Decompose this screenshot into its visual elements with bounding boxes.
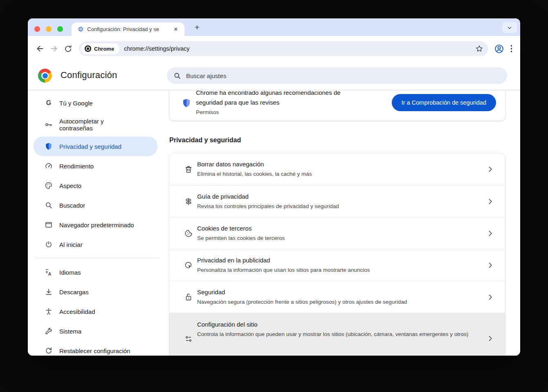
sidebar-item-label: Descargas (59, 289, 89, 296)
sidebar-item-navegador-predeterminado[interactable]: Navegador predeterminado (34, 215, 157, 235)
sidebar-item-al-iniciar[interactable]: Al iniciar (34, 235, 157, 254)
sidebar-item-label: Sistema (59, 328, 81, 335)
row-cookies-de-terceros[interactable]: Cookies de terceros Se permiten las cook… (169, 217, 505, 249)
tab-close-icon[interactable]: ✕ (171, 25, 180, 34)
tab-settings[interactable]: ⚙ Configuración: Privacidad y se ✕ (72, 22, 184, 36)
row-subtitle: Elimina el historial, las cookies, la ca… (197, 169, 312, 179)
sidebar-item-aspecto[interactable]: Aspecto (34, 176, 157, 195)
back-button[interactable] (33, 42, 47, 56)
sidebar-item-tu-y-google[interactable]: G Tú y Google (34, 93, 157, 113)
sidebar-item-restablecer-configuracion[interactable]: Restablecer configuración (34, 341, 157, 356)
sidebar-item-label: Rendimiento (59, 163, 94, 170)
sidebar-item-autocompletar-y-contrasenas[interactable]: Autocompletar y contraseñas (34, 113, 157, 137)
chevron-right-icon (486, 165, 494, 173)
reload-button[interactable] (61, 42, 75, 56)
settings-sidebar: G Tú y Google Autocompletar y contraseña… (28, 90, 169, 356)
guide-icon (184, 197, 193, 206)
sidebar-item-accesibilidad[interactable]: Accesibilidad (34, 302, 157, 321)
tab-title: Configuración: Privacidad y se (87, 26, 171, 32)
browser-window: ⚙ Configuración: Privacidad y se ✕ + Chr… (28, 18, 520, 356)
row-subtitle: Personaliza la información que usan los … (197, 265, 370, 275)
palette-icon (45, 181, 53, 190)
chevron-right-icon (486, 334, 494, 343)
speedometer-icon (45, 162, 53, 170)
browser-toolbar: Chrome (28, 36, 520, 61)
search-icon (173, 72, 181, 80)
toolbar-right-group (494, 44, 515, 54)
sidebar-item-label: Autocompletar y contraseñas (59, 118, 127, 132)
forward-arrow-icon (49, 44, 58, 53)
reload-icon (64, 45, 72, 53)
cookie-icon (184, 229, 193, 238)
privacy-settings-card: Borrar datos navegación Elimina el histo… (169, 153, 505, 356)
chrome-logo-icon (38, 69, 52, 83)
row-seguridad[interactable]: Seguridad Navegación segura (protección … (169, 281, 505, 313)
page-title: Configuración (61, 70, 117, 81)
sidebar-item-sistema[interactable]: Sistema (34, 321, 157, 341)
svg-text:G: G (46, 99, 51, 106)
browser-icon (45, 221, 53, 229)
url-input[interactable] (124, 45, 475, 52)
sliders-icon (184, 334, 193, 343)
settings-search[interactable] (167, 67, 507, 84)
sidebar-item-buscador[interactable]: Buscador (34, 195, 157, 215)
chevron-right-icon (486, 229, 494, 237)
sidebar-item-rendimiento[interactable]: Rendimiento (34, 156, 157, 176)
bookmark-star-button[interactable] (475, 45, 483, 53)
security-shield-icon (182, 98, 191, 108)
back-arrow-icon (36, 44, 45, 53)
forward-button[interactable] (47, 42, 61, 56)
site-chip-label: Chrome (94, 46, 114, 52)
sidebar-item-label: Navegador predeterminado (59, 222, 134, 228)
banner-subtext: Permisos (196, 108, 341, 117)
svg-text:x: x (46, 269, 48, 274)
google-g-icon: G (45, 99, 53, 107)
row-title: Cookies de terceros (197, 224, 285, 233)
search-icon (45, 201, 53, 209)
sidebar-item-descargas[interactable]: Descargas (34, 282, 157, 302)
profile-avatar-icon (494, 44, 504, 54)
go-to-security-check-button[interactable]: Ir a Comprobación de seguridad (392, 94, 496, 111)
settings-gear-favicon-icon: ⚙ (78, 26, 83, 33)
chevron-right-icon (486, 197, 494, 206)
tab-strip-chevron-button[interactable] (502, 22, 517, 33)
shield-icon (45, 142, 53, 150)
row-borrar-datos-navegacion[interactable]: Borrar datos navegación Elimina el histo… (169, 153, 505, 185)
site-info-chip[interactable]: Chrome (81, 43, 119, 54)
sidebar-item-label: Idiomas (59, 269, 81, 276)
sidebar-item-idiomas[interactable]: xA Idiomas (34, 262, 157, 282)
ads-icon (184, 261, 193, 270)
row-configuracion-del-sitio[interactable]: Configuración del sitio Controla la info… (169, 313, 505, 356)
lock-icon (184, 293, 193, 302)
tab-strip: ⚙ Configuración: Privacidad y se ✕ + (28, 18, 520, 36)
browser-menu-button[interactable] (508, 45, 515, 52)
minimize-window-button[interactable] (46, 26, 52, 32)
reset-icon (45, 347, 53, 355)
row-privacidad-en-la-publicidad[interactable]: Privacidad en la publicidad Personaliza … (169, 249, 505, 281)
sidebar-item-privacidad-y-seguridad[interactable]: Privacidad y seguridad (34, 137, 157, 156)
address-bar[interactable]: Chrome (79, 41, 488, 56)
row-guia-de-privacidad[interactable]: Guía de privacidad Revisa los controles … (169, 185, 505, 217)
security-banner-text: Chrome ha encontrado algunas recomendaci… (196, 91, 341, 121)
new-tab-button[interactable]: + (191, 22, 203, 33)
settings-search-input[interactable] (186, 72, 501, 79)
banner-line-1: Chrome ha encontrado algunas recomendaci… (196, 91, 341, 98)
svg-text:A: A (48, 272, 52, 276)
settings-header: Configuración (28, 61, 520, 90)
close-window-button[interactable] (34, 26, 40, 32)
accessibility-icon (45, 307, 53, 316)
profile-button[interactable] (494, 44, 504, 54)
row-title: Seguridad (197, 287, 407, 297)
row-subtitle: Controla la información que pueden usar … (197, 329, 468, 339)
star-icon (475, 45, 483, 53)
translate-icon: xA (45, 268, 53, 276)
power-icon (45, 240, 53, 249)
security-check-banner: Chrome ha encontrado algunas recomendaci… (169, 91, 505, 121)
zoom-window-button[interactable] (57, 26, 63, 32)
row-title: Configuración del sitio (197, 320, 468, 329)
sidebar-item-label: Restablecer configuración (59, 347, 130, 354)
trash-icon (184, 165, 193, 174)
settings-body: G Tú y Google Autocompletar y contraseña… (28, 90, 520, 356)
sidebar-item-label: Al iniciar (59, 241, 83, 248)
banner-line-2: seguridad para que las revises (196, 98, 341, 108)
